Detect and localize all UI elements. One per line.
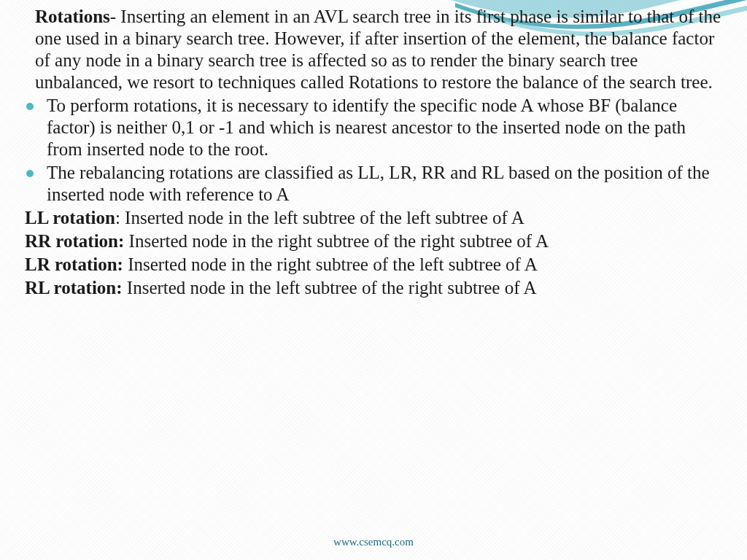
bullet-item: The rebalancing rotations are classified…: [25, 162, 722, 206]
slide-content: Rotations- Inserting an element in an AV…: [0, 0, 747, 299]
rotation-desc: Inserted node in the right subtree of th…: [128, 254, 538, 274]
intro-paragraph: Rotations- Inserting an element in an AV…: [25, 6, 722, 93]
bullet-icon: [26, 103, 34, 110]
rotation-desc: Inserted node in the left subtree of the…: [125, 208, 525, 228]
bullet-text: To perform rotations, it is necessary to…: [47, 95, 722, 160]
bullet-text: The rebalancing rotations are classified…: [47, 162, 722, 206]
rotation-label: RR rotation:: [25, 231, 124, 251]
intro-heading: Rotations: [35, 7, 110, 26]
rotation-label: LL rotation: [25, 208, 115, 228]
footer-url: www.csemcq.com: [0, 536, 747, 548]
rl-rotation-line: RL rotation: Inserted node in the left s…: [25, 277, 722, 299]
bullet-icon: [26, 170, 34, 177]
intro-text: - Inserting an element in an AVL search …: [35, 7, 721, 92]
lr-rotation-line: LR rotation: Inserted node in the right …: [25, 254, 722, 276]
rotation-desc: Inserted node in the left subtree of the…: [127, 278, 537, 298]
ll-rotation-line: LL rotation: Inserted node in the left s…: [25, 207, 722, 229]
rotation-label: LR rotation:: [25, 254, 123, 274]
rotation-desc: Inserted node in the right subtree of th…: [129, 231, 549, 251]
rr-rotation-line: RR rotation: Inserted node in the right …: [25, 230, 722, 252]
bullet-item: To perform rotations, it is necessary to…: [25, 95, 722, 160]
rotation-label: RL rotation:: [25, 278, 123, 298]
